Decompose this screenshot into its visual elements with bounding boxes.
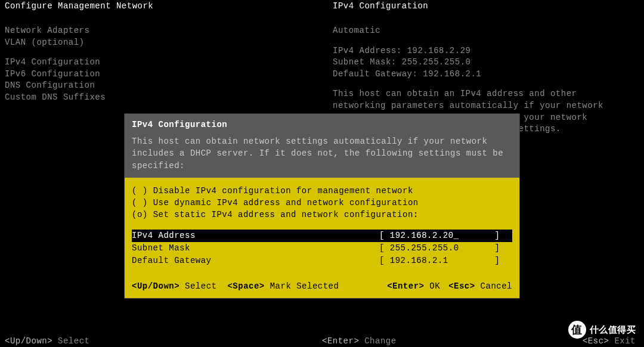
dialog-header: IPv4 Configuration This host can obtain … [125, 114, 519, 178]
sidebar-group-1: Network Adapters VLAN (optional) [5, 25, 322, 48]
bracket-close-icon: ] [473, 255, 500, 267]
info-mask-label: Subnet Mask: [333, 57, 397, 67]
radio-option-static[interactable]: (o) Set static IPv4 address and network … [132, 209, 512, 221]
field-default-gateway[interactable]: Default Gateway [ 192.168.2.1 ] [132, 255, 512, 267]
radio-option-disable[interactable]: ( ) Disable IPv4 configuration for manag… [132, 185, 512, 197]
hint-space: <Space> Mark Selected [227, 281, 339, 291]
key-enter: <Enter> [387, 281, 424, 291]
radio-list: ( ) Disable IPv4 configuration for manag… [132, 185, 512, 221]
key-esc: <Esc> [448, 281, 475, 291]
radio-label: Set static IPv4 address and network conf… [153, 209, 419, 221]
hint-label: Select [185, 281, 216, 291]
hint-esc-cancel[interactable]: <Esc> Cancel [448, 281, 512, 291]
radio-label: Disable IPv4 configuration for managemen… [153, 185, 413, 197]
key-enter: <Enter> [322, 336, 359, 346]
bracket-close-icon: ] [473, 230, 500, 242]
info-gateway-label: Default Gateway: [333, 69, 417, 79]
bottom-hint-enter: <Enter> Change [322, 336, 583, 346]
key-space: <Space> [227, 281, 264, 291]
info-gateway-value: 192.168.2.1 [423, 69, 481, 79]
field-value[interactable]: 192.168.2.20_ [390, 230, 473, 242]
bottom-hint-updown: <Up/Down> Select [5, 336, 322, 346]
hint-enter-ok[interactable]: <Enter> OK [387, 281, 440, 291]
bracket-open-icon: [ [379, 255, 390, 267]
info-ipv4: IPv4 Address: 192.168.2.29 [333, 45, 644, 57]
bottom-bar: <Up/Down> Select <Enter> Change <Esc> Ex… [0, 326, 644, 347]
field-subnet-mask[interactable]: Subnet Mask [ 255.255.255.0 ] [132, 242, 512, 255]
header-right-title: IPv4 Configuration [322, 1, 644, 11]
hint-label: Mark Selected [270, 281, 339, 291]
radio-marker: ( ) [132, 197, 148, 209]
dialog-body: ( ) Disable IPv4 configuration for manag… [125, 178, 519, 298]
hint-updown: <Up/Down> Select [132, 281, 216, 291]
field-value[interactable]: 192.168.2.1 [390, 255, 473, 267]
esxi-dcui-screen: Configure Management Network IPv4 Config… [0, 0, 644, 347]
watermark-icon: 值 [568, 321, 586, 339]
info-ipv4-label: IPv4 Address: [333, 46, 402, 55]
radio-option-dynamic[interactable]: ( ) Use dynamic IPv4 address and network… [132, 197, 512, 209]
sidebar-item-dns-suffixes[interactable]: Custom DNS Suffixes [5, 92, 322, 104]
info-mode: Automatic [333, 25, 644, 37]
hint-label: Select [58, 336, 89, 346]
key-updown: <Up/Down> [5, 336, 52, 346]
bracket-open-icon: [ [379, 242, 390, 255]
header-left-title: Configure Management Network [0, 1, 322, 11]
info-mask-value: 255.255.255.0 [402, 57, 471, 67]
watermark-text: 什么值得买 [590, 324, 636, 336]
sidebar-item-ipv6[interactable]: IPv6 Configuration [5, 69, 322, 80]
bracket-open-icon: [ [379, 230, 390, 242]
info-mask: Subnet Mask: 255.255.255.0 [333, 57, 644, 69]
dialog-title: IPv4 Configuration [132, 120, 512, 129]
ipv4-config-dialog: IPv4 Configuration This host can obtain … [124, 113, 520, 299]
dialog-footer: <Up/Down> Select <Space> Mark Selected <… [132, 281, 512, 291]
sidebar-item-ipv4[interactable]: IPv4 Configuration [5, 57, 322, 69]
hint-label: OK [429, 281, 440, 291]
watermark: 值 什么值得买 [568, 321, 636, 339]
radio-marker: (o) [132, 209, 148, 221]
field-list: IPv4 Address [ 192.168.2.20_ ] Subnet Ma… [132, 230, 512, 267]
info-ipv4-value: 192.168.2.29 [407, 46, 471, 55]
sidebar-item-dns[interactable]: DNS Configuration [5, 80, 322, 92]
sidebar-item-network-adapters[interactable]: Network Adapters [5, 25, 322, 37]
field-label: Subnet Mask [132, 242, 379, 255]
radio-label: Use dynamic IPv4 address and network con… [153, 197, 419, 209]
field-value[interactable]: 255.255.255.0 [390, 242, 473, 255]
radio-marker: ( ) [132, 185, 148, 197]
hint-label: Change [364, 336, 396, 346]
header-row: Configure Management Network IPv4 Config… [0, 0, 644, 12]
field-label: IPv4 Address [132, 230, 379, 242]
hint-label: Cancel [481, 281, 512, 291]
footer-right: <Enter> OK <Esc> Cancel [387, 281, 512, 291]
sidebar-item-vlan[interactable]: VLAN (optional) [5, 37, 322, 49]
field-label: Default Gateway [132, 255, 379, 267]
bracket-close-icon: ] [473, 242, 500, 255]
info-gateway: Default Gateway: 192.168.2.1 [333, 69, 644, 80]
key-updown: <Up/Down> [132, 281, 179, 291]
field-ipv4-address[interactable]: IPv4 Address [ 192.168.2.20_ ] [132, 230, 512, 242]
dialog-description: This host can obtain network settings au… [132, 135, 512, 172]
sidebar-group-2: IPv4 Configuration IPv6 Configuration DN… [5, 57, 322, 103]
